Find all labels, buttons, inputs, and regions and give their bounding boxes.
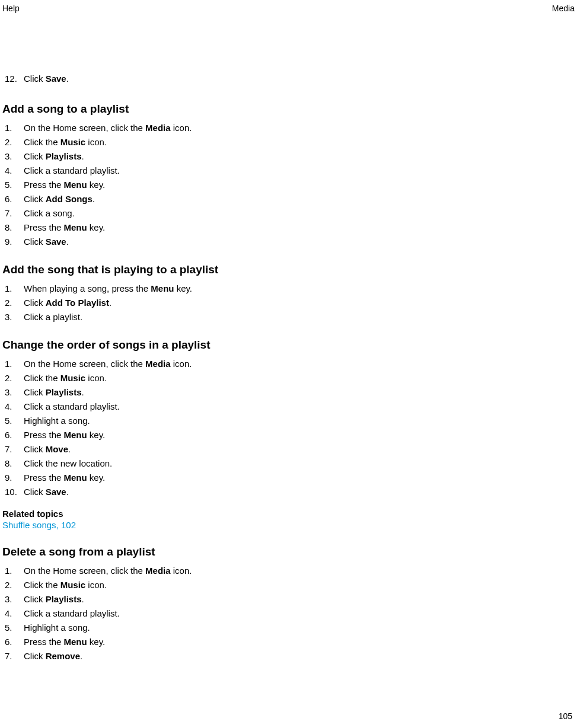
text-run: Click xyxy=(24,594,46,604)
text-run: icon. xyxy=(171,123,192,133)
page-number: 105 xyxy=(559,711,572,721)
bold-run: Menu xyxy=(64,637,87,647)
bold-run: Media xyxy=(145,359,171,369)
text-run: Click a song. xyxy=(24,208,75,218)
text-run: key. xyxy=(87,222,106,232)
list-text: Click a standard playlist. xyxy=(24,607,575,620)
list-text: Click a standard playlist. xyxy=(24,400,575,413)
text-run: Click the xyxy=(24,373,60,383)
text-run: Click xyxy=(24,194,46,204)
bold-run: Playlists xyxy=(46,594,82,604)
section-heading: Change the order of songs in a playlist xyxy=(2,339,575,352)
list-item: 10.Click Save. xyxy=(5,486,575,498)
text-run: Click a standard playlist. xyxy=(24,608,120,618)
related-topic-link[interactable]: Shuffle songs, 102 xyxy=(2,520,575,530)
list-number: 2. xyxy=(5,136,24,148)
text-run: On the Home screen, click the xyxy=(24,359,145,369)
list-item: 4.Click a standard playlist. xyxy=(5,164,575,177)
continued-step-list: 12. Click Save. xyxy=(5,72,575,85)
bold-run: Media xyxy=(145,123,171,133)
text-run: Click xyxy=(24,151,46,161)
text-run: icon. xyxy=(85,580,107,590)
bold-run: Menu xyxy=(64,472,87,483)
list-text: Click Playlists. xyxy=(24,150,575,162)
section-heading: Add a song to a playlist xyxy=(2,103,575,116)
list-number: 1. xyxy=(5,357,24,370)
text-run: Click a standard playlist. xyxy=(24,401,120,411)
list-number: 3. xyxy=(5,593,24,605)
list-item: 2.Click the Music icon. xyxy=(5,579,575,591)
bold-run: Music xyxy=(60,373,86,383)
list-text: Click a song. xyxy=(24,207,575,219)
list-item: 4.Click a standard playlist. xyxy=(5,607,575,620)
bold-run: Menu xyxy=(64,222,87,232)
list-item: 6.Click Add Songs. xyxy=(5,193,575,205)
list-number: 4. xyxy=(5,164,24,177)
list-text: Click Save. xyxy=(24,72,575,85)
list-number: 9. xyxy=(5,471,24,484)
list-number: 1. xyxy=(5,282,24,295)
list-item: 1.On the Home screen, click the Media ic… xyxy=(5,564,575,577)
list-item: 3.Click Playlists. xyxy=(5,386,575,398)
text-run: . xyxy=(66,487,69,497)
list-text: Click Save. xyxy=(24,235,575,248)
ordered-list: 1.On the Home screen, click the Media ic… xyxy=(5,122,575,248)
section-heading: Add the song that is playing to a playli… xyxy=(2,263,575,276)
list-item: 6.Press the Menu key. xyxy=(5,429,575,441)
bold-run: Music xyxy=(60,137,86,147)
list-text: On the Home screen, click the Media icon… xyxy=(24,564,575,577)
list-text: Press the Menu key. xyxy=(24,178,575,191)
list-text: Click Move. xyxy=(24,443,575,455)
bold-run: Save xyxy=(46,237,66,247)
page-header: Help Media xyxy=(0,0,577,13)
list-item: 7.Click Remove. xyxy=(5,650,575,662)
bold-run: Add To Playlist xyxy=(46,298,109,308)
text-run: Click xyxy=(24,444,46,454)
list-number: 3. xyxy=(5,150,24,162)
text-run: Click xyxy=(24,651,46,661)
list-text: Click a playlist. xyxy=(24,311,575,323)
bold-run: Remove xyxy=(46,651,80,661)
list-number: 12. xyxy=(5,72,24,85)
list-text: Press the Menu key. xyxy=(24,636,575,648)
text-run: Highlight a song. xyxy=(24,416,90,426)
ordered-list: 1.On the Home screen, click the Media ic… xyxy=(5,357,575,498)
list-number: 2. xyxy=(5,579,24,591)
text-run: icon. xyxy=(171,566,192,576)
text-run: Press the xyxy=(24,222,64,232)
list-text: Click a standard playlist. xyxy=(24,164,575,177)
list-item: 9.Click Save. xyxy=(5,235,575,248)
list-number: 5. xyxy=(5,414,24,427)
list-text: Click the new location. xyxy=(24,457,575,470)
text-run: Click the xyxy=(24,137,60,147)
list-number: 1. xyxy=(5,122,24,134)
text-run: . xyxy=(66,237,69,247)
text-run: key. xyxy=(87,430,106,440)
header-left: Help xyxy=(2,4,20,13)
page-content: 12. Click Save. Add a song to a playlist… xyxy=(0,13,577,662)
list-number: 5. xyxy=(5,178,24,191)
bold-run: Menu xyxy=(64,430,87,440)
list-item: 1.On the Home screen, click the Media ic… xyxy=(5,122,575,134)
list-text: Click Playlists. xyxy=(24,386,575,398)
text-run: Click xyxy=(24,298,46,308)
list-text: Highlight a song. xyxy=(24,414,575,427)
list-item: 1.On the Home screen, click the Media ic… xyxy=(5,357,575,370)
text-run: key. xyxy=(87,472,106,483)
list-text: Press the Menu key. xyxy=(24,471,575,484)
ordered-list: 1.When playing a song, press the Menu ke… xyxy=(5,282,575,323)
list-number: 7. xyxy=(5,443,24,455)
list-number: 2. xyxy=(5,372,24,384)
list-text: Click Add To Playlist. xyxy=(24,296,575,309)
bold-run: Media xyxy=(145,566,171,576)
list-text: When playing a song, press the Menu key. xyxy=(24,282,575,295)
bold-run: Move xyxy=(46,444,68,454)
text-run: Click xyxy=(24,487,46,497)
list-number: 6. xyxy=(5,636,24,648)
text-run: . xyxy=(66,74,69,84)
text-run: . xyxy=(82,151,84,161)
list-text: Click the Music icon. xyxy=(24,136,575,148)
list-item: 5.Press the Menu key. xyxy=(5,178,575,191)
list-item: 5.Highlight a song. xyxy=(5,621,575,634)
list-number: 10. xyxy=(5,486,24,498)
